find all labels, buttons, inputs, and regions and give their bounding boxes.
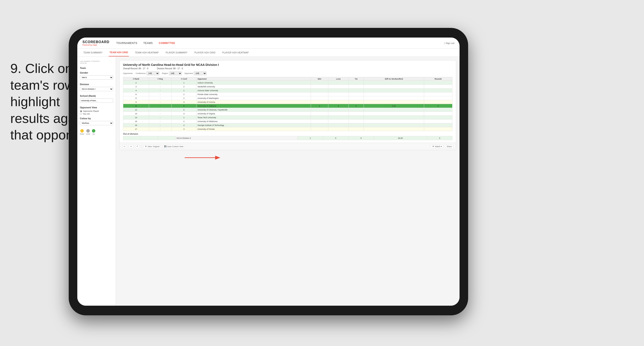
cell-opponent: University of Florida: [196, 127, 311, 131]
cell-opponent: Florida State University: [196, 92, 311, 96]
share-btn[interactable]: Share: [445, 145, 453, 148]
table-row[interactable]: 11-5University of Alabama3002.618: [123, 104, 452, 108]
cell-diff: [364, 100, 424, 104]
watch-btn[interactable]: 👁 Watch ▾: [431, 145, 444, 148]
cell-loss: [328, 81, 348, 85]
table-row[interactable]: 17-3University of Florida: [123, 127, 452, 131]
division-select[interactable]: NCAA Division I: [80, 87, 113, 91]
col-loss: Loss: [328, 77, 348, 81]
conference-label: Conference: [136, 72, 146, 74]
cell-rank: 11: [123, 104, 149, 108]
cell-win: [311, 81, 328, 85]
view-original-btn[interactable]: 👁 View: Original: [144, 145, 161, 148]
table-row[interactable]: 15-2University of Oklahoma: [123, 119, 452, 123]
cell-reg: -: [149, 123, 171, 127]
cell-loss: [328, 89, 348, 92]
table-row[interactable]: 8-2University of Washington: [123, 96, 452, 100]
nav-teams[interactable]: TEAMS: [144, 42, 153, 45]
region-select[interactable]: (All): [169, 71, 182, 75]
cell-loss: [328, 96, 348, 100]
cell-conf: 1: [172, 116, 196, 119]
opponent-select[interactable]: (All): [194, 71, 206, 75]
sub-nav-player-h2h-grid[interactable]: PLAYER H2H GRID: [194, 49, 216, 56]
cell-rounds: [424, 108, 452, 112]
cell-rounds: [424, 85, 452, 89]
top100-radio[interactable]: Top 100: [80, 113, 113, 115]
cell-diff: [364, 127, 424, 131]
cell-win: [311, 127, 328, 131]
cell-loss: [328, 92, 348, 96]
sign-out[interactable]: | Sign out: [444, 42, 454, 44]
opponents-filter-label: Opponents:: [123, 72, 133, 74]
school-input[interactable]: [80, 98, 113, 103]
out-division-tie: 0: [348, 136, 374, 140]
sub-nav-team-h2h-grid[interactable]: TEAM H2H GRID: [109, 49, 129, 56]
cell-reg: -: [149, 104, 171, 108]
cell-tie: [348, 92, 364, 96]
cell-rank: 13: [123, 112, 149, 116]
legend-dot-level: [86, 129, 90, 133]
gender-select[interactable]: Men's: [80, 75, 113, 80]
cell-opponent: University of Arizona: [196, 100, 311, 104]
colour-by-select[interactable]: Win/loss: [80, 121, 113, 125]
table-row[interactable]: 4-1Arizona State University: [123, 89, 452, 92]
last-updated-label: Last Updated: 27/03/2024: [80, 60, 113, 62]
opponents-played-radio[interactable]: Opponents Played: [80, 110, 113, 112]
sub-nav-team-summary[interactable]: TEAM SUMMARY: [82, 49, 104, 56]
device-frame: SCOREBOARD Powered by clippi TOURNAMENTS…: [69, 28, 468, 315]
cell-diff: [364, 123, 424, 127]
table-row[interactable]: 16-4Georgia Institute of Technology: [123, 123, 452, 127]
table-row[interactable]: 9-3University of Arizona: [123, 100, 452, 104]
cell-opponent: Auburn University: [196, 81, 311, 85]
cell-rank: 2: [123, 81, 149, 85]
cell-rounds: [424, 100, 452, 104]
redo-btn[interactable]: ↪: [129, 145, 133, 148]
out-division-name: NCAA Division II: [176, 136, 298, 140]
cell-win: [311, 108, 328, 112]
cell-rounds: [424, 123, 452, 127]
table-row[interactable]: 3-2Vanderbilt University: [123, 85, 452, 89]
cell-reg: -: [149, 127, 171, 131]
opponents-played-label: Opponents Played: [83, 110, 99, 112]
cell-tie: 0: [348, 104, 364, 108]
cell-rounds: [424, 127, 452, 131]
legend-level-label: Level: [86, 133, 90, 135]
sub-nav-player-summary[interactable]: PLAYER SUMMARY: [165, 49, 188, 56]
cell-win: [311, 85, 328, 89]
col-conf: # Conf: [172, 77, 196, 81]
table-row[interactable]: 14-1Texas Tech University: [123, 116, 452, 119]
conference-select[interactable]: (All): [146, 71, 159, 75]
cell-opponent: University of Alabama: [196, 104, 311, 108]
legend-dot-up: [92, 129, 95, 133]
history-btn[interactable]: ↶: [135, 145, 140, 148]
share-label: Share: [447, 145, 452, 148]
col-opponent: Opponent: [196, 77, 311, 81]
table-row[interactable]: 12-6University of Arkansas, Fayetteville: [123, 108, 452, 112]
cell-rank: 3: [123, 85, 149, 89]
cell-win: [311, 116, 328, 119]
out-division-diff: 26.00: [374, 136, 427, 140]
h2h-table: # Rank # Reg # Conf Opponent Win Loss Ti…: [123, 77, 452, 131]
nav-tournaments[interactable]: TOURNAMENTS: [116, 42, 138, 45]
content-inner: University of North Carolina Head-to-Hea…: [120, 60, 456, 143]
cell-diff: 2.61: [364, 104, 424, 108]
cell-win: [311, 123, 328, 127]
cell-tie: [348, 123, 364, 127]
cell-loss: 0: [328, 104, 348, 108]
table-row[interactable]: 6-2Florida State University: [123, 92, 452, 96]
cell-conf: 2: [172, 85, 196, 89]
logo-title: SCOREBOARD: [82, 40, 110, 44]
last-updated-time: 16:55:38: [80, 62, 113, 64]
sub-nav-player-h2h-heatmap[interactable]: PLAYER H2H HEATMAP: [222, 49, 250, 56]
sub-nav-team-h2h-heatmap[interactable]: TEAM H2H HEATMAP: [134, 49, 160, 56]
out-division-row[interactable]: NCAA Division II 1 0 0 26.00 3: [123, 136, 452, 140]
nav-committee[interactable]: COMMITTEE: [159, 42, 175, 45]
overall-record: Overall Record: 89 - 17 - 0: [123, 67, 148, 70]
opponent-view-label: Opponent View: [80, 106, 113, 109]
undo-btn[interactable]: ↩: [122, 145, 127, 148]
save-custom-btn[interactable]: 💾 Save Custom View: [162, 145, 185, 148]
table-row[interactable]: 2-1Auburn University: [123, 81, 452, 85]
table-row[interactable]: 13-3University of Virginia: [123, 112, 452, 116]
separator-1: [142, 145, 142, 148]
out-division-table: NCAA Division II 1 0 0 26.00 3: [123, 136, 452, 140]
